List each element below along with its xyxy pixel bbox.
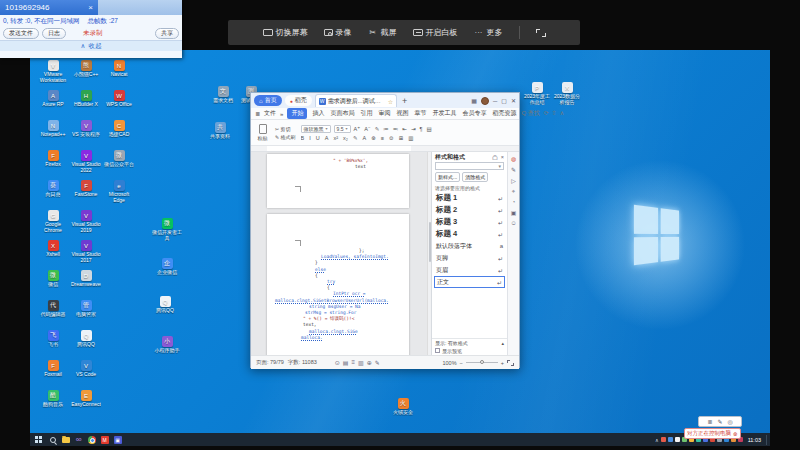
collapse-bar[interactable]: ∧ 收起 [0,40,182,51]
menu-icon[interactable]: ⟳ [544,109,549,118]
font-name-select[interactable]: 微软雅黑 ▾ [301,125,331,133]
maximize-button[interactable]: ▢ [501,97,507,104]
style-item[interactable]: 标题 4 ↵ [432,228,507,240]
desktop-icon[interactable]: 文 需求文档 [208,86,238,104]
format-icon[interactable]: ≔ [383,126,389,132]
desktop-icon[interactable]: D Dreamweaver [71,270,101,288]
format-painter-button[interactable]: ✎ 格式刷 [275,134,296,140]
desktop-icon[interactable]: W WPS Office [104,90,134,108]
toolbar-button[interactable]: 录像 [324,27,352,38]
desktop-icon[interactable]: G Google Chrome [38,210,68,233]
tab-document[interactable]: W 需求调整后...调试代码 ☆ [315,94,397,107]
format-icon[interactable]: ⊜ [389,135,394,141]
desktop-icon[interactable]: A Axure RP [38,90,68,108]
desktop-icon[interactable]: F FastStone [71,180,101,198]
ribbon-tab[interactable]: 审阅 [377,109,391,118]
start-button[interactable] [30,433,46,446]
clock[interactable]: 11:03 [748,437,761,443]
ribbon-tab[interactable]: 插入 [311,109,325,118]
tab-home[interactable]: ⌂ 首页 [254,95,282,106]
view-mode-icon[interactable]: ≡ [351,359,355,366]
taskbar-visual-studio[interactable]: ∞ [72,433,85,446]
desktop-icon[interactable]: 火 火绒安全 [388,398,418,416]
toolbar-button[interactable]: 切换屏幕 [263,27,308,38]
style-item[interactable]: 标题 1 ↵ [432,192,507,204]
desktop-icon[interactable]: F Foxmail [38,360,68,378]
desktop-icon[interactable]: N Notepad++ [38,120,68,138]
format-icon[interactable]: ⇥ [411,126,416,132]
desktop-icon[interactable]: P 2023年度工作总结 [522,82,552,105]
tray-icon[interactable] [675,437,680,442]
style-item[interactable]: 页脚 ↵ [432,252,507,264]
desktop-icon[interactable]: 代 代码编辑器 [38,300,68,318]
side-tool-icon[interactable]: ⌖ [512,188,515,195]
desktop-icon[interactable]: Q 腾讯QQ [150,296,180,314]
file-menu[interactable]: 文件 [264,109,276,118]
side-tool-icon[interactable]: ◔ [512,199,516,205]
send-file-button[interactable]: 发送文件 [3,28,39,39]
taskbar-explorer[interactable] [59,433,72,446]
tray-expand-icon[interactable]: ∧ [655,437,659,443]
close-icon[interactable]: × [501,154,504,161]
desktop-icon[interactable]: N Navicat [104,60,134,78]
format-icon[interactable]: ▥ [408,135,413,141]
desktop-icon[interactable]: 共 共享资料 [205,122,235,140]
show-styles-select[interactable]: 显示: 有效格式 ▴ [432,338,507,346]
desktop-icon[interactable]: E EasyConnect [71,390,101,408]
ribbon-tab[interactable]: 章节 [413,109,427,118]
minimize-button[interactable]: ─ [493,98,497,104]
fullscreen-icon[interactable] [536,29,546,37]
side-tool-icon[interactable]: ✎ [511,166,516,173]
format-icon[interactable]: A⁺ [354,126,361,132]
format-icon[interactable]: B [301,135,305,141]
desktop-icon[interactable]: 微 微信开发者工具 [152,218,182,241]
session-tab[interactable]: 1019692946 × [0,0,98,15]
show-desktop-button[interactable] [766,435,768,445]
ribbon-tab[interactable]: 开发工具 [431,109,457,118]
format-icon[interactable]: ✎ [375,126,380,132]
preview-checkbox[interactable] [435,348,440,353]
format-icon[interactable]: ¶ [420,126,423,132]
desktop-icon[interactable]: e Microsoft Edge [104,180,134,203]
cut-button[interactable]: ✂ 剪切 [275,126,296,132]
close-button[interactable]: ✕ [511,97,516,104]
view-mode-icon[interactable]: ⊙ [335,359,340,366]
zoom-slider[interactable] [466,362,498,363]
desktop-icon[interactable]: V Visual Studio 2019 [71,210,101,233]
desktop-icon[interactable]: V VS Code [71,360,101,378]
ribbon-tab[interactable]: 视图 [395,109,409,118]
layout-grid-icon[interactable]: ▦ [471,97,477,104]
paste-button[interactable]: 粘贴 [255,121,270,144]
taskbar-chrome[interactable] [85,433,98,446]
side-tool-icon[interactable]: ▣ [511,209,517,216]
side-tool-icon[interactable]: ☺ [510,220,516,226]
view-mode-icon[interactable]: ⊕ [367,359,372,366]
desktop-icon[interactable]: X Xshell [38,240,68,258]
format-icon[interactable]: I [309,135,311,141]
tray-icon[interactable] [661,437,666,442]
tray-icon[interactable] [668,437,673,442]
style-item[interactable]: 标题 2 ↵ [432,204,507,216]
font-size-select[interactable]: 9.5 ▾ [334,125,351,133]
taskbar-app[interactable]: ▣ [111,433,124,446]
control-icon[interactable]: ≣ [707,418,712,425]
desktop-icon[interactable]: 企 企业微信 [152,258,182,276]
desktop-icon[interactable]: C 迅捷CAD [104,120,134,138]
toolbar-button[interactable]: ✂ 截屏 [368,27,397,38]
format-icon[interactable]: A⁻ [364,126,371,132]
format-icon[interactable]: ▤ [427,126,432,132]
chevron-icon[interactable]: » [280,111,283,117]
toolbar-button[interactable]: 开启白板 [413,27,458,38]
style-item[interactable]: 页眉 ↵ [432,264,507,276]
format-icon[interactable]: A [325,135,329,141]
ribbon-tab[interactable]: 引用 [359,109,373,118]
close-icon[interactable]: × [88,3,93,12]
format-icon[interactable]: ⊛ [371,135,376,141]
page-2[interactable]: };LoadValues, safeIntoImgt.}else{try{Int… [267,214,409,355]
desktop-icon[interactable]: V Visual Studio 2022 [71,150,101,173]
format-icon[interactable]: x² [333,135,338,141]
desktop-icon[interactable]: V VS 安装程序 [71,120,101,138]
fullscreen-icon[interactable] [507,360,514,366]
desktop-icon[interactable]: 葵 向日葵 [38,180,68,198]
new-tab-button[interactable]: + [402,96,407,106]
